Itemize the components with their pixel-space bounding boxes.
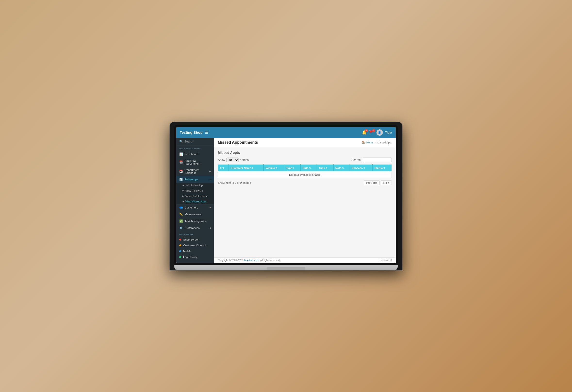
sidebar-item-follow-ups[interactable]: 🔄 Follow-ups ▼: [176, 176, 214, 183]
sidebar-item-label: Follow-ups: [185, 178, 198, 181]
sidebar: 🔍 Search MAIN NAVIGATION 📊 Dashboard 📅 A…: [176, 138, 214, 263]
main-menu-mobile[interactable]: Mobile: [176, 248, 214, 254]
version-text: Version 1.0: [380, 259, 392, 262]
entries-label: entries: [240, 158, 249, 162]
previous-button[interactable]: Previous: [364, 180, 380, 185]
showing-entries: Showing 0 to 0 of 0 entries: [218, 181, 251, 184]
col-date[interactable]: Date ⇅: [301, 164, 317, 171]
breadcrumb-home[interactable]: Home: [366, 141, 373, 144]
sidebar-item-label: Dashboard: [185, 153, 198, 156]
chevron-right-icon: ◀: [209, 227, 211, 229]
menu-item-label: Mobile: [183, 250, 191, 253]
sidebar-subitem-add-follow-up[interactable]: Add Follow Up: [176, 183, 214, 188]
notifications-button[interactable]: 🔔 1: [362, 130, 367, 135]
orange-dot-icon: [179, 245, 181, 246]
col-vehicle[interactable]: Vehicle ⇅: [263, 164, 284, 171]
col-services[interactable]: Services ⇅: [350, 164, 372, 171]
col-status[interactable]: Status ⇅: [372, 164, 392, 171]
trackpad: [267, 267, 305, 270]
main-menu-customer-checkin[interactable]: Customer Check-In: [176, 243, 214, 248]
green-dot-icon: [179, 256, 181, 258]
sort-icon: ⇅: [222, 167, 224, 169]
main-body: 🔍 Search MAIN NAVIGATION 📊 Dashboard 📅 A…: [176, 138, 396, 263]
red-dot-icon: [179, 239, 181, 241]
navbar-right: 🔔 1 🚩 1 👤 Tiger: [362, 129, 392, 136]
brand-name: Testing Shop: [180, 130, 203, 134]
sort-icon: ⇅: [342, 167, 344, 169]
subitem-label: View FollowUp: [185, 189, 203, 192]
sidebar-subitem-view-missed-apts[interactable]: View Missed Apts: [176, 199, 214, 204]
table-controls: Show 10 25 50 100 entries: [218, 158, 392, 162]
sidebar-item-label: Measurement: [185, 213, 202, 216]
subitem-label: View Missed Apts: [185, 200, 206, 203]
col-time[interactable]: Time ⇅: [317, 164, 333, 171]
search-input[interactable]: [363, 158, 392, 162]
dot-icon: [182, 196, 184, 197]
sort-icon: ⇅: [363, 167, 365, 169]
breadcrumb: 🏠 Home » Missed Apts: [362, 141, 392, 144]
dot-icon: [182, 201, 184, 202]
blue-dot-icon: [179, 250, 181, 252]
search-icon: 🔍: [179, 140, 183, 143]
sort-icon: ⇅: [326, 167, 328, 169]
breadcrumb-separator: »: [375, 141, 376, 144]
laptop-screen: Testing Shop ☰ 🔔 1 🚩 1 👤 Tiger: [176, 127, 396, 263]
col-type[interactable]: Type ⇅: [284, 164, 301, 171]
sort-icon: ⇅: [252, 167, 254, 169]
sort-icon: ⇅: [383, 167, 385, 169]
laptop-base: [175, 265, 397, 270]
navbar-left: Testing Shop ☰: [180, 130, 208, 135]
section-title: Missed Appts: [218, 151, 392, 155]
main-menu-shop-screen[interactable]: Shop Screen: [176, 237, 214, 243]
search-label: Search: [184, 140, 193, 143]
col-note[interactable]: Note ⇅: [333, 164, 350, 171]
dept-calendar-icon: 📆: [179, 170, 183, 173]
app-container: Testing Shop ☰ 🔔 1 🚩 1 👤 Tiger: [176, 127, 396, 263]
sidebar-item-preferences[interactable]: ⚙️ Preferences ◀: [176, 225, 214, 231]
customers-icon: 👥: [179, 206, 183, 209]
chevron-right-icon: ◀: [209, 206, 211, 209]
content-area: Missed Appointments 🏠 Home » Missed Apts…: [214, 138, 396, 263]
sidebar-item-measurement[interactable]: 📏 Measurement: [176, 211, 214, 218]
copyright-text: Copyright © 2020-2025: [218, 259, 244, 262]
col-date-label: Date: [302, 166, 308, 169]
preferences-icon: ⚙️: [179, 226, 183, 230]
sidebar-item-label: Customers: [185, 206, 198, 209]
chevron-right-icon: ▶: [209, 170, 211, 173]
sidebar-item-label: Department Calendar: [185, 168, 208, 174]
col-customer-name[interactable]: Customer Name ⇅: [228, 164, 263, 171]
notifications-badge: 1: [365, 129, 368, 132]
avatar: 👤: [377, 129, 383, 136]
table-footer: Showing 0 to 0 of 0 entries Previous Nex…: [218, 180, 392, 185]
next-button[interactable]: Next: [381, 180, 392, 185]
sort-icon: ⇅: [276, 167, 278, 169]
dot-icon: [182, 185, 184, 186]
sidebar-item-task-management[interactable]: ✅ Task Management: [176, 218, 214, 225]
main-menu-log-history[interactable]: Log History: [176, 254, 214, 260]
flags-button[interactable]: 🚩 1: [369, 130, 374, 135]
col-num[interactable]: # ⇅: [218, 164, 229, 171]
subitem-label: View Portal Leads: [185, 195, 207, 197]
sidebar-subitem-view-follow-up[interactable]: View FollowUp: [176, 188, 214, 194]
laptop-outer: Testing Shop ☰ 🔔 1 🚩 1 👤 Tiger: [170, 122, 402, 270]
sidebar-item-dashboard[interactable]: 📊 Dashboard: [176, 151, 214, 158]
col-num-label: #: [220, 166, 222, 169]
appointments-table: # ⇅ Customer Name ⇅: [218, 164, 392, 179]
col-type-label: Type: [286, 166, 292, 169]
search-control: Search:: [351, 158, 392, 162]
menu-item-label: Customer Check-In: [183, 244, 207, 247]
sidebar-item-customers[interactable]: 👥 Customers ◀: [176, 204, 214, 211]
entries-select[interactable]: 10 25 50 100: [226, 158, 239, 162]
footer-link[interactable]: ibexstack.com.: [244, 259, 260, 262]
sidebar-search[interactable]: 🔍 Search: [176, 138, 214, 145]
sidebar-item-add-appointment[interactable]: 📅 Add New Appointment: [176, 158, 214, 167]
pagination: Previous Next: [364, 180, 392, 185]
dashboard-icon: 📊: [179, 152, 183, 156]
hamburger-icon[interactable]: ☰: [205, 130, 208, 135]
sidebar-item-dept-calendar[interactable]: 📆 Department Calendar ▶: [176, 167, 214, 176]
menu-item-label: Log History: [183, 256, 197, 259]
sidebar-subitem-view-portal-leads[interactable]: View Portal Leads: [176, 194, 214, 199]
menu-item-label: Shop Screen: [183, 238, 199, 241]
col-vehicle-label: Vehicle: [266, 166, 275, 169]
sort-icon: ⇅: [309, 167, 311, 169]
